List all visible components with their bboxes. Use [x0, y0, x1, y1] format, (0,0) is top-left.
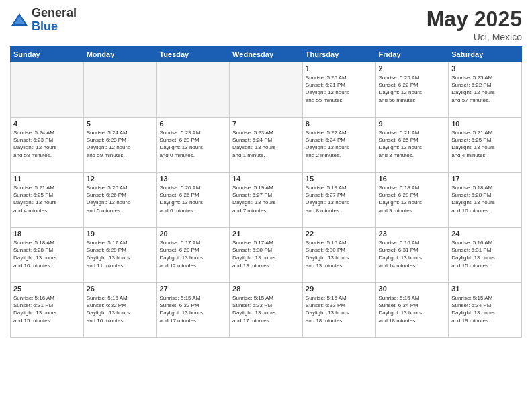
calendar-cell: 1Sunrise: 5:26 AM Sunset: 6:21 PM Daylig… [302, 62, 375, 118]
day-info: Sunrise: 5:17 AM Sunset: 6:30 PM Dayligh… [232, 239, 300, 269]
calendar-week-2: 4Sunrise: 5:24 AM Sunset: 6:23 PM Daylig… [11, 118, 522, 173]
calendar-cell [83, 62, 157, 118]
calendar-cell: 9Sunrise: 5:21 AM Sunset: 6:25 PM Daylig… [375, 118, 449, 173]
day-info: Sunrise: 5:21 AM Sunset: 6:25 PM Dayligh… [379, 129, 446, 159]
logo-general: General [32, 7, 77, 20]
day-info: Sunrise: 5:16 AM Sunset: 6:31 PM Dayligh… [13, 294, 81, 324]
header: General Blue May 2025 Uci, Mexico [10, 7, 522, 42]
calendar-cell: 5Sunrise: 5:24 AM Sunset: 6:23 PM Daylig… [83, 118, 157, 173]
day-number: 15 [306, 175, 373, 183]
calendar-cell: 18Sunrise: 5:18 AM Sunset: 6:28 PM Dayli… [11, 228, 84, 283]
day-number: 13 [159, 175, 226, 183]
day-number: 23 [379, 230, 446, 238]
day-number: 7 [232, 120, 300, 128]
calendar-cell: 4Sunrise: 5:24 AM Sunset: 6:23 PM Daylig… [11, 118, 84, 173]
calendar: SundayMondayTuesdayWednesdayThursdayFrid… [10, 46, 522, 338]
calendar-cell [157, 62, 230, 118]
calendar-cell: 2Sunrise: 5:25 AM Sunset: 6:22 PM Daylig… [375, 62, 449, 118]
day-info: Sunrise: 5:15 AM Sunset: 6:33 PM Dayligh… [306, 294, 373, 324]
calendar-cell: 13Sunrise: 5:20 AM Sunset: 6:26 PM Dayli… [157, 173, 230, 228]
calendar-week-4: 18Sunrise: 5:18 AM Sunset: 6:28 PM Dayli… [11, 228, 522, 283]
day-number: 28 [232, 285, 300, 293]
day-number: 12 [87, 175, 154, 183]
calendar-cell [230, 62, 303, 118]
calendar-header-tuesday: Tuesday [157, 47, 230, 62]
calendar-cell: 24Sunrise: 5:16 AM Sunset: 6:31 PM Dayli… [449, 228, 522, 283]
calendar-header-friday: Friday [375, 47, 449, 62]
title-block: May 2025 Uci, Mexico [427, 7, 522, 42]
calendar-cell: 8Sunrise: 5:22 AM Sunset: 6:24 PM Daylig… [302, 118, 375, 173]
day-info: Sunrise: 5:25 AM Sunset: 6:22 PM Dayligh… [379, 74, 446, 104]
logo-text: General Blue [32, 7, 77, 34]
day-number: 11 [13, 175, 81, 183]
day-info: Sunrise: 5:15 AM Sunset: 6:34 PM Dayligh… [379, 294, 446, 324]
day-info: Sunrise: 5:25 AM Sunset: 6:22 PM Dayligh… [451, 74, 519, 104]
calendar-cell: 7Sunrise: 5:23 AM Sunset: 6:24 PM Daylig… [230, 118, 303, 173]
day-number: 26 [87, 285, 154, 293]
calendar-cell [11, 62, 84, 118]
day-number: 31 [451, 285, 519, 293]
day-info: Sunrise: 5:15 AM Sunset: 6:32 PM Dayligh… [87, 294, 154, 324]
day-number: 2 [379, 64, 446, 73]
logo-icon [10, 11, 29, 30]
calendar-cell: 16Sunrise: 5:18 AM Sunset: 6:28 PM Dayli… [375, 173, 449, 228]
day-info: Sunrise: 5:16 AM Sunset: 6:31 PM Dayligh… [451, 239, 519, 269]
day-info: Sunrise: 5:23 AM Sunset: 6:24 PM Dayligh… [232, 129, 300, 159]
calendar-header-monday: Monday [83, 47, 157, 62]
calendar-header-sunday: Sunday [11, 47, 84, 62]
calendar-week-3: 11Sunrise: 5:21 AM Sunset: 6:25 PM Dayli… [11, 173, 522, 228]
calendar-cell: 27Sunrise: 5:15 AM Sunset: 6:32 PM Dayli… [157, 283, 230, 338]
calendar-cell: 11Sunrise: 5:21 AM Sunset: 6:25 PM Dayli… [11, 173, 84, 228]
day-number: 3 [451, 64, 519, 73]
day-info: Sunrise: 5:20 AM Sunset: 6:26 PM Dayligh… [159, 184, 226, 214]
day-number: 9 [379, 120, 446, 128]
calendar-header-wednesday: Wednesday [230, 47, 303, 62]
day-info: Sunrise: 5:15 AM Sunset: 6:32 PM Dayligh… [159, 294, 226, 324]
day-info: Sunrise: 5:23 AM Sunset: 6:23 PM Dayligh… [159, 129, 226, 159]
day-info: Sunrise: 5:20 AM Sunset: 6:26 PM Dayligh… [87, 184, 154, 214]
day-info: Sunrise: 5:21 AM Sunset: 6:25 PM Dayligh… [13, 184, 81, 214]
day-number: 30 [379, 285, 446, 293]
calendar-cell: 17Sunrise: 5:18 AM Sunset: 6:28 PM Dayli… [449, 173, 522, 228]
day-info: Sunrise: 5:18 AM Sunset: 6:28 PM Dayligh… [379, 184, 446, 214]
calendar-week-1: 1Sunrise: 5:26 AM Sunset: 6:21 PM Daylig… [11, 62, 522, 118]
day-number: 24 [451, 230, 519, 238]
page: General Blue May 2025 Uci, Mexico Sunday… [0, 0, 532, 411]
day-number: 19 [87, 230, 154, 238]
day-info: Sunrise: 5:21 AM Sunset: 6:25 PM Dayligh… [451, 129, 519, 159]
day-number: 21 [232, 230, 300, 238]
day-number: 29 [306, 285, 373, 293]
calendar-cell: 29Sunrise: 5:15 AM Sunset: 6:33 PM Dayli… [302, 283, 375, 338]
calendar-header-row: SundayMondayTuesdayWednesdayThursdayFrid… [11, 47, 522, 62]
calendar-cell: 23Sunrise: 5:16 AM Sunset: 6:31 PM Dayli… [375, 228, 449, 283]
calendar-cell: 21Sunrise: 5:17 AM Sunset: 6:30 PM Dayli… [230, 228, 303, 283]
day-info: Sunrise: 5:24 AM Sunset: 6:23 PM Dayligh… [87, 129, 154, 159]
day-info: Sunrise: 5:18 AM Sunset: 6:28 PM Dayligh… [451, 184, 519, 214]
day-number: 1 [306, 64, 373, 73]
month-title: May 2025 [427, 7, 522, 32]
calendar-cell: 20Sunrise: 5:17 AM Sunset: 6:29 PM Dayli… [157, 228, 230, 283]
day-info: Sunrise: 5:24 AM Sunset: 6:23 PM Dayligh… [13, 129, 81, 159]
day-number: 25 [13, 285, 81, 293]
calendar-header-saturday: Saturday [449, 47, 522, 62]
logo-blue: Blue [32, 20, 77, 34]
calendar-cell: 6Sunrise: 5:23 AM Sunset: 6:23 PM Daylig… [157, 118, 230, 173]
day-info: Sunrise: 5:19 AM Sunset: 6:27 PM Dayligh… [232, 184, 300, 214]
day-info: Sunrise: 5:17 AM Sunset: 6:29 PM Dayligh… [87, 239, 154, 269]
day-info: Sunrise: 5:15 AM Sunset: 6:34 PM Dayligh… [451, 294, 519, 324]
day-number: 4 [13, 120, 81, 128]
location: Uci, Mexico [427, 32, 522, 42]
calendar-cell: 3Sunrise: 5:25 AM Sunset: 6:22 PM Daylig… [449, 62, 522, 118]
calendar-cell: 10Sunrise: 5:21 AM Sunset: 6:25 PM Dayli… [449, 118, 522, 173]
calendar-cell: 26Sunrise: 5:15 AM Sunset: 6:32 PM Dayli… [83, 283, 157, 338]
day-info: Sunrise: 5:22 AM Sunset: 6:24 PM Dayligh… [306, 129, 373, 159]
calendar-cell: 14Sunrise: 5:19 AM Sunset: 6:27 PM Dayli… [230, 173, 303, 228]
calendar-week-5: 25Sunrise: 5:16 AM Sunset: 6:31 PM Dayli… [11, 283, 522, 338]
calendar-header-thursday: Thursday [302, 47, 375, 62]
day-info: Sunrise: 5:15 AM Sunset: 6:33 PM Dayligh… [232, 294, 300, 324]
calendar-cell: 30Sunrise: 5:15 AM Sunset: 6:34 PM Dayli… [375, 283, 449, 338]
day-number: 6 [159, 120, 226, 128]
calendar-cell: 31Sunrise: 5:15 AM Sunset: 6:34 PM Dayli… [449, 283, 522, 338]
day-number: 18 [13, 230, 81, 238]
day-info: Sunrise: 5:16 AM Sunset: 6:30 PM Dayligh… [306, 239, 373, 269]
